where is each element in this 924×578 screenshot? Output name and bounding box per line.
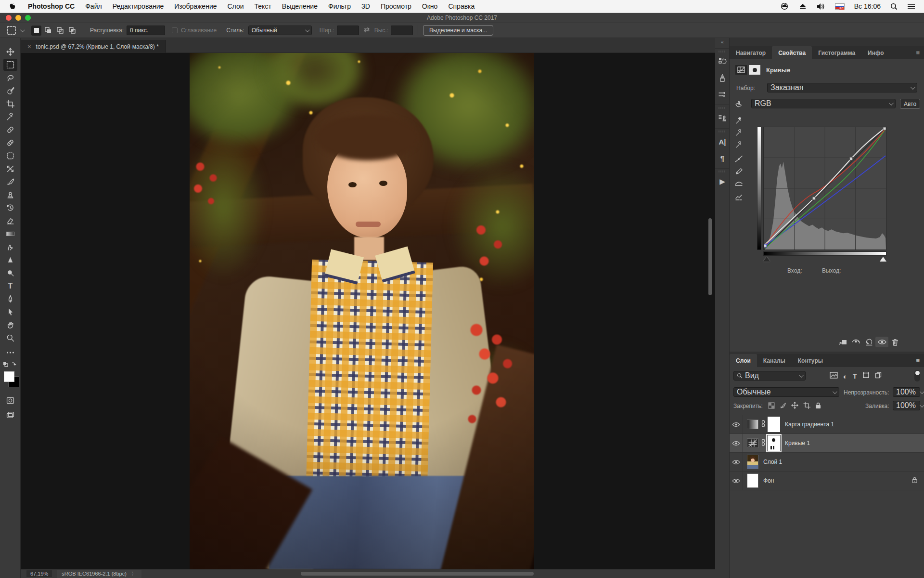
smart-object-filter-icon[interactable] xyxy=(875,372,882,381)
tab-layers[interactable]: Слои xyxy=(730,354,757,367)
subtract-from-selection-button[interactable] xyxy=(55,26,65,36)
curve-point[interactable] xyxy=(850,158,853,160)
collapse-panels-button[interactable]: « xyxy=(715,38,729,46)
visibility-eye-icon[interactable] xyxy=(875,337,888,347)
mask-link-icon[interactable] xyxy=(761,439,765,448)
feather-input[interactable]: 0 пикс. xyxy=(127,26,165,35)
layer-visibility-eye-icon[interactable] xyxy=(730,415,743,434)
tab-channels[interactable]: Каналы xyxy=(757,354,792,367)
tab-histogram[interactable]: Гистограмма xyxy=(812,46,861,59)
lock-all-icon[interactable] xyxy=(815,402,821,411)
menu-image[interactable]: Изображение xyxy=(169,2,222,10)
vertical-scrollbar[interactable] xyxy=(708,218,712,295)
panel-menu-icon[interactable]: ≡ xyxy=(916,49,924,59)
photo-thumbnail[interactable] xyxy=(747,455,758,469)
smooth-curve-icon[interactable] xyxy=(733,178,744,188)
layer-row-gradient-map[interactable]: Карта градиента 1 xyxy=(730,415,924,434)
lock-paint-icon[interactable] xyxy=(780,402,786,411)
healing-brush-tool[interactable] xyxy=(3,137,17,149)
lock-transparency-icon[interactable] xyxy=(768,402,775,411)
layer-row-layer1[interactable]: Слой 1 xyxy=(730,453,924,472)
targeted-adjustment-icon[interactable] xyxy=(733,99,744,109)
layer-filter-select[interactable]: Вид xyxy=(733,371,806,381)
status-color-profile[interactable]: sRGB IEC61966-2.1 (8bpc) 〉 xyxy=(57,570,141,578)
canvas-area[interactable] xyxy=(21,53,715,569)
clone-source-icon[interactable] xyxy=(715,110,730,126)
document-tab[interactable]: × tonic.psd @ 67,2% (Кривые 1, Слой-маск… xyxy=(21,40,166,53)
menu-type[interactable]: Текст xyxy=(249,2,277,10)
gray-point-eyedropper-icon[interactable] xyxy=(733,127,744,138)
smudge-tool[interactable] xyxy=(3,241,17,253)
lasso-tool[interactable] xyxy=(3,72,17,84)
paragraph-icon[interactable]: ¶ xyxy=(715,150,730,166)
black-point-eyedropper-icon[interactable] xyxy=(733,115,744,126)
crop-tool[interactable] xyxy=(3,98,17,110)
menubar-clock[interactable]: Вс 16:06 xyxy=(849,2,886,10)
intersect-selection-button[interactable] xyxy=(67,26,77,36)
content-aware-move-tool[interactable] xyxy=(3,163,17,175)
status-chevron-icon[interactable]: 〉 xyxy=(131,570,137,578)
clip-to-layer-icon[interactable] xyxy=(836,339,849,346)
new-selection-button[interactable] xyxy=(31,26,41,36)
volume-icon[interactable] xyxy=(811,3,830,10)
menu-select[interactable]: Выделение xyxy=(277,2,323,10)
edit-points-icon[interactable] xyxy=(733,154,744,164)
menu-layers[interactable]: Слои xyxy=(222,2,249,10)
tool-preset[interactable] xyxy=(7,26,24,35)
type-tool[interactable]: T xyxy=(3,280,17,292)
layer-name[interactable]: Слой 1 xyxy=(763,459,782,465)
eyedropper-tool[interactable] xyxy=(3,111,17,123)
screen-mode-button[interactable] xyxy=(3,409,17,421)
blur-tool[interactable] xyxy=(3,254,17,266)
menu-edit[interactable]: Редактирование xyxy=(107,2,169,10)
patch-tool[interactable] xyxy=(3,150,17,162)
menu-photoshop[interactable]: Photoshop CC xyxy=(23,2,80,10)
move-tool[interactable] xyxy=(3,46,17,58)
mask-link-icon[interactable] xyxy=(761,420,765,429)
edit-toolbar[interactable] xyxy=(3,346,17,358)
rectangular-marquee-tool[interactable] xyxy=(3,59,17,71)
layer-mask-thumbnail[interactable] xyxy=(768,417,780,432)
antialias-checkbox[interactable] xyxy=(172,27,178,33)
clipping-warning-icon[interactable] xyxy=(733,192,744,203)
swap-width-height-icon[interactable] xyxy=(363,26,371,35)
history-icon[interactable] xyxy=(715,53,730,70)
preset-select[interactable]: Заказная xyxy=(767,83,917,92)
quick-selection-tool[interactable] xyxy=(3,85,17,97)
hand-tool[interactable] xyxy=(3,319,17,331)
layer-visibility-eye-icon[interactable] xyxy=(730,434,743,453)
eraser-tool[interactable] xyxy=(3,215,17,227)
gradient-tool[interactable] xyxy=(3,228,17,240)
select-and-mask-button[interactable]: Выделение и маска... xyxy=(423,25,493,36)
gradient-map-thumbnail[interactable] xyxy=(747,420,758,429)
notification-center-icon[interactable] xyxy=(902,3,924,10)
highlight-input-slider[interactable] xyxy=(880,257,886,262)
close-window-button[interactable] xyxy=(6,15,12,21)
curves-thumbnail[interactable] xyxy=(747,438,758,448)
tab-navigator[interactable]: Навигатор xyxy=(730,46,772,59)
blend-mode-select[interactable]: Обычные xyxy=(733,387,839,397)
layer-name[interactable]: Кривые 1 xyxy=(785,440,810,447)
filter-toggle[interactable] xyxy=(914,370,920,381)
photo-document[interactable] xyxy=(190,53,534,569)
shape-layer-filter-icon[interactable] xyxy=(862,372,870,381)
tab-properties[interactable]: Свойства xyxy=(772,46,812,59)
minimize-window-button[interactable] xyxy=(15,15,21,21)
view-previous-state-icon[interactable] xyxy=(849,339,862,345)
curves-graph[interactable] xyxy=(763,127,886,250)
actions-icon[interactable]: ▶ xyxy=(715,173,730,190)
apple-menu-icon[interactable] xyxy=(0,2,23,11)
layer-mask-thumbnail-selected[interactable] xyxy=(768,435,780,451)
dodge-tool[interactable] xyxy=(3,267,17,279)
zoom-tool[interactable] xyxy=(3,332,17,344)
brush-settings-icon[interactable] xyxy=(715,86,730,103)
menu-help[interactable]: Справка xyxy=(443,2,480,10)
channel-select[interactable]: RGB xyxy=(751,99,896,108)
white-thumbnail[interactable] xyxy=(747,473,758,488)
creative-cloud-icon[interactable] xyxy=(775,2,794,10)
lock-position-icon[interactable] xyxy=(791,402,798,411)
brush-tool[interactable] xyxy=(3,176,17,188)
spot-healing-brush-tool[interactable] xyxy=(3,124,17,136)
character-icon[interactable]: A| xyxy=(715,133,730,150)
delete-adjustment-icon[interactable] xyxy=(888,339,901,346)
